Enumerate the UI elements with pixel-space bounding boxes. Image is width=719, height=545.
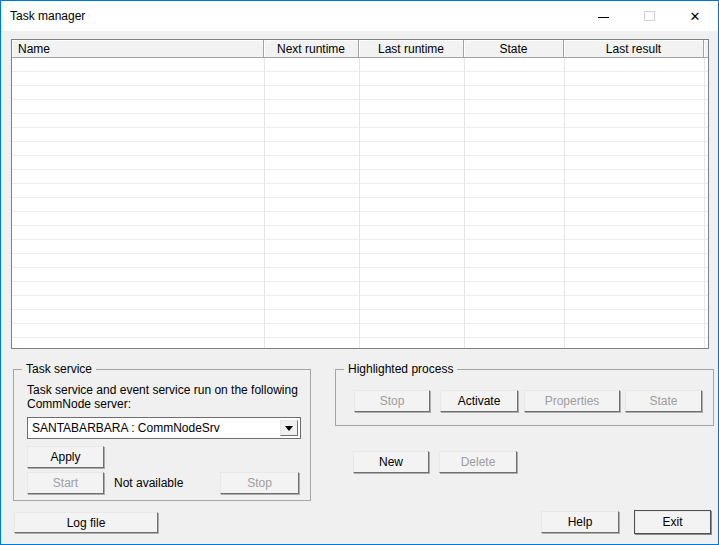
highlighted-process-group-title: Highlighted process [344,362,457,376]
commnode-server-select[interactable]: SANTABARBARA : CommNodeSrv [27,417,301,439]
new-button[interactable]: New [353,451,429,473]
server-description-line1: Task service and event service run on th… [27,383,305,397]
window-title: Task manager [10,9,85,23]
chevron-down-icon [285,426,293,431]
server-description: Task service and event service run on th… [27,383,305,411]
apply-button[interactable]: Apply [27,446,104,468]
exit-button[interactable]: Exit [634,510,711,534]
close-icon: ✕ [690,10,701,23]
minimize-icon [598,17,609,18]
service-status-text: Not available [114,476,183,490]
column-header-last-result[interactable]: Last result [564,40,704,58]
commnode-server-value: SANTABARBARA : CommNodeSrv [32,421,220,435]
grid-line [359,58,360,348]
task-list[interactable]: Name Next runtime Last runtime State Las… [11,39,709,349]
titlebar: Task manager ✕ [1,1,718,31]
maximize-icon [644,11,655,21]
activate-button[interactable]: Activate [440,390,518,412]
task-list-body[interactable] [12,58,708,348]
delete-button[interactable]: Delete [439,451,517,473]
highlighted-process-group: Highlighted process Stop Activate Proper… [335,369,714,426]
service-stop-button[interactable]: Stop [220,472,299,494]
server-description-line2: CommNode server: [27,397,305,411]
log-file-button[interactable]: Log file [14,512,158,533]
column-header-state[interactable]: State [464,40,564,58]
close-button[interactable]: ✕ [672,1,718,31]
task-service-group: Task service Task service and event serv… [13,369,311,501]
column-header-name[interactable]: Name [12,40,264,58]
task-manager-window: Task manager ✕ Name Next runtime Last ru… [0,0,719,545]
column-header-filler [704,40,708,58]
column-header-last-runtime[interactable]: Last runtime [359,40,464,58]
help-button[interactable]: Help [541,511,619,533]
minimize-button[interactable] [580,1,626,31]
grid-line [264,58,265,348]
task-service-group-title: Task service [22,362,96,376]
properties-button[interactable]: Properties [524,390,620,412]
start-button[interactable]: Start [27,472,104,494]
grid-line [464,58,465,348]
grid-line [704,58,705,348]
state-button[interactable]: State [625,390,702,412]
grid-line [564,58,565,348]
task-list-header: Name Next runtime Last runtime State Las… [12,40,708,58]
process-stop-button[interactable]: Stop [354,390,430,412]
combo-dropdown-button[interactable] [280,420,298,436]
column-header-next-runtime[interactable]: Next runtime [264,40,359,58]
maximize-button[interactable] [626,1,672,31]
